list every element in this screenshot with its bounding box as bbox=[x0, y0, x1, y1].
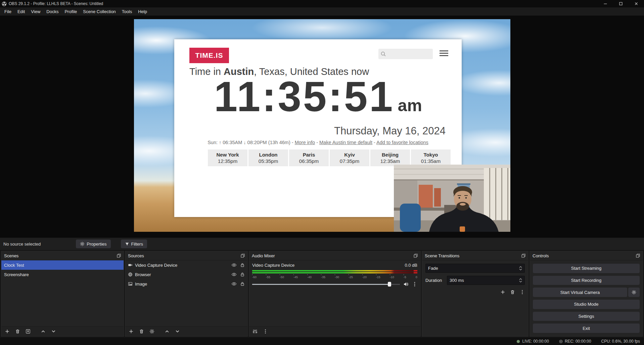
volume-slider[interactable] bbox=[252, 282, 400, 287]
menu-profile[interactable]: Profile bbox=[61, 8, 80, 15]
start-virtual-camera-button[interactable]: Start Virtual Camera bbox=[533, 288, 627, 297]
minimize-button[interactable] bbox=[598, 0, 613, 7]
plus-icon bbox=[5, 329, 10, 334]
exit-button[interactable]: Exit bbox=[533, 324, 640, 333]
meter-scale: -60-55-50-45-40-35-30-25-20-15-10-50 bbox=[252, 275, 417, 279]
move-scene-down-button[interactable] bbox=[51, 329, 56, 334]
menu-scene-collection[interactable]: Scene Collection bbox=[80, 8, 119, 15]
trash-icon bbox=[510, 290, 515, 295]
record-status-icon bbox=[559, 340, 563, 343]
scenes-panel: Scenes Clock Test Screenshare bbox=[1, 251, 124, 337]
lock-toggle-icon[interactable] bbox=[240, 263, 245, 267]
visibility-toggle-icon[interactable] bbox=[231, 281, 237, 287]
clock-time: 11:35:51 bbox=[214, 73, 394, 120]
live-status: LIVE: 00:00:00 bbox=[516, 339, 549, 344]
lock-toggle-icon[interactable] bbox=[240, 272, 245, 277]
transition-select[interactable]: Fade bbox=[425, 264, 525, 273]
image-icon bbox=[128, 282, 133, 286]
menu-view[interactable]: View bbox=[28, 8, 43, 15]
webcam-overlay bbox=[394, 165, 510, 232]
lock-toggle-icon[interactable] bbox=[240, 282, 245, 286]
video-preview[interactable]: TIME.IS Time in Austin, Texas, United St… bbox=[134, 19, 510, 232]
sources-panel: Sources Video Capture Device Browser bbox=[125, 251, 248, 337]
menu-tools[interactable]: Tools bbox=[119, 8, 135, 15]
audio-mixer-header[interactable]: Audio Mixer bbox=[249, 251, 420, 260]
hamburger-menu-icon bbox=[440, 50, 448, 56]
duration-spinbox[interactable]: 300 ms bbox=[447, 276, 525, 285]
mixer-channel-name: Video Capture Device bbox=[252, 263, 294, 268]
sources-panel-header[interactable]: Sources bbox=[125, 251, 247, 260]
duration-decrease-button[interactable] bbox=[519, 281, 522, 283]
move-scene-up-button[interactable] bbox=[41, 329, 46, 334]
city-cell: Beijing12:35am bbox=[370, 149, 410, 166]
canvas-area: TIME.IS Time in Austin, Texas, United St… bbox=[0, 16, 644, 238]
menu-docks[interactable]: Docks bbox=[43, 8, 61, 15]
rec-status: REC: 00:00:00 bbox=[559, 339, 591, 344]
move-source-down-button[interactable] bbox=[175, 329, 180, 334]
camera-icon bbox=[128, 263, 133, 267]
trash-icon bbox=[139, 329, 144, 334]
add-source-button[interactable] bbox=[129, 329, 134, 334]
selected-source-toolbar: No source selected Properties Filters bbox=[0, 238, 644, 250]
visibility-toggle-icon[interactable] bbox=[231, 272, 237, 277]
remove-scene-button[interactable] bbox=[15, 329, 20, 334]
dots-vertical-icon bbox=[263, 329, 268, 334]
filters-button[interactable]: Filters bbox=[121, 240, 147, 248]
sources-panel-title: Sources bbox=[128, 253, 144, 258]
scenes-panel-header[interactable]: Scenes bbox=[1, 251, 124, 260]
remove-source-button[interactable] bbox=[139, 329, 144, 334]
properties-button[interactable]: Properties bbox=[76, 240, 110, 248]
gear-icon bbox=[632, 290, 636, 295]
popout-icon[interactable] bbox=[636, 254, 640, 258]
move-source-up-button[interactable] bbox=[165, 329, 170, 334]
source-item-video-capture[interactable]: Video Capture Device bbox=[125, 260, 247, 270]
search-icon bbox=[380, 51, 386, 57]
advanced-audio-button[interactable] bbox=[252, 329, 258, 334]
transition-options-button[interactable] bbox=[520, 290, 525, 295]
menu-edit[interactable]: Edit bbox=[14, 8, 28, 15]
source-item-image[interactable]: Image bbox=[125, 279, 247, 289]
scene-filters-button[interactable] bbox=[26, 329, 31, 334]
virtual-camera-config-button[interactable] bbox=[628, 288, 640, 297]
scene-item-screenshare[interactable]: Screenshare bbox=[1, 270, 124, 279]
popout-icon[interactable] bbox=[521, 254, 525, 258]
scene-item-clock-test[interactable]: Clock Test bbox=[1, 260, 124, 270]
close-button[interactable] bbox=[629, 0, 644, 7]
studio-mode-button[interactable]: Studio Mode bbox=[533, 300, 640, 309]
menu-file[interactable]: File bbox=[1, 8, 14, 15]
start-recording-button[interactable]: Start Recording bbox=[533, 276, 640, 285]
add-scene-button[interactable] bbox=[5, 329, 10, 334]
remove-transition-button[interactable] bbox=[510, 290, 515, 295]
source-properties-button[interactable] bbox=[149, 329, 154, 334]
chevron-down-icon bbox=[51, 329, 56, 334]
speaker-icon bbox=[403, 282, 409, 287]
sources-list: Video Capture Device Browser Image bbox=[125, 260, 247, 326]
transitions-panel-header[interactable]: Scene Transitions bbox=[422, 251, 528, 260]
mute-toggle-button[interactable] bbox=[403, 282, 409, 287]
settings-button[interactable]: Settings bbox=[533, 312, 640, 321]
window-title: OBS 29.1.2 - Profile: LLHLS BETA - Scene… bbox=[9, 1, 598, 6]
add-transition-button[interactable] bbox=[500, 290, 505, 295]
popout-icon[interactable] bbox=[117, 254, 121, 258]
popout-icon[interactable] bbox=[241, 254, 245, 258]
visibility-toggle-icon[interactable] bbox=[231, 262, 237, 268]
mixer-options-button[interactable] bbox=[263, 329, 268, 334]
source-item-browser[interactable]: Browser bbox=[125, 270, 247, 279]
cpu-fps-status: CPU: 0.6%, 30.00 fps bbox=[601, 339, 640, 344]
volume-slider-handle[interactable] bbox=[388, 282, 391, 287]
start-streaming-button[interactable]: Start Streaming bbox=[533, 264, 640, 273]
chevron-down-icon bbox=[175, 329, 180, 334]
source-status-text: No source selected bbox=[3, 242, 41, 247]
channel-options-button[interactable] bbox=[412, 282, 417, 287]
trash-icon bbox=[15, 329, 20, 334]
popout-icon[interactable] bbox=[414, 254, 418, 258]
scenes-toolbar bbox=[1, 326, 124, 336]
controls-panel-header[interactable]: Controls bbox=[530, 251, 643, 260]
lock-icon bbox=[240, 263, 245, 267]
maximize-button[interactable] bbox=[613, 0, 629, 7]
duration-increase-button[interactable] bbox=[519, 278, 522, 280]
menu-help[interactable]: Help bbox=[135, 8, 150, 15]
make-default-link: Make Austin time default bbox=[319, 140, 372, 145]
close-icon bbox=[635, 3, 638, 5]
transitions-body: Fade Duration 300 ms bbox=[422, 260, 528, 336]
